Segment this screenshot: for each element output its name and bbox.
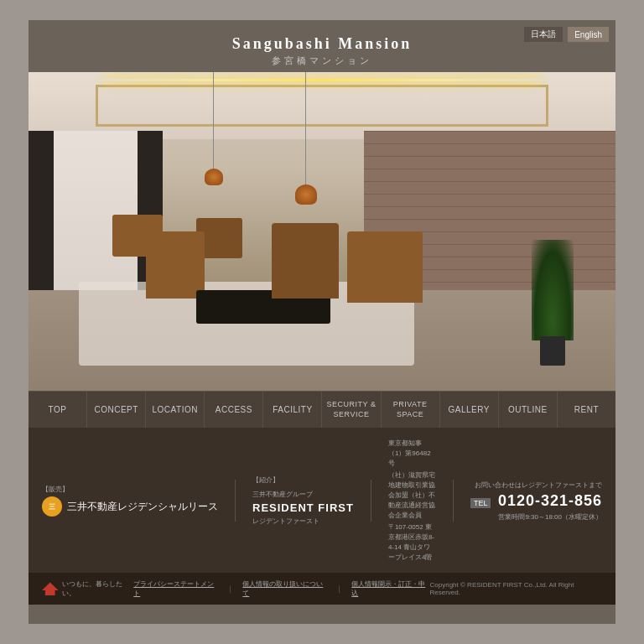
contact-label: お問い合わせはレジデントファーストまで xyxy=(475,480,602,490)
nav-item-outline[interactable]: OUTLINE xyxy=(499,392,558,428)
company-left-name: 三井不動産レジデンシャルリース xyxy=(67,500,218,514)
footer-link-privacy-statement[interactable]: プライバシーステートメント xyxy=(133,579,218,598)
phone-number: 0120-321-856 xyxy=(498,492,602,509)
navigation-bar: TOP CONCEPT LOCATION ACCESS FACILITY SEC… xyxy=(29,391,615,428)
company-right: 【紹介】 三井不動産グループ RESIDENT FIRST レジデントファースト xyxy=(252,475,354,526)
resident-first-ja: レジデントファースト xyxy=(252,517,354,526)
address-line-3: 〒107-0052 東京都港区赤坂8-4-14 青山タワープレイス4階 xyxy=(388,522,436,563)
footer-links: いつもに、暮らしたい。 プライバシーステートメント ｜ 個人情報の取り扱いについ… xyxy=(29,573,615,605)
company-left-label: 【販売】 xyxy=(42,485,69,494)
plant-pot xyxy=(540,336,565,366)
site-title-en: Sangubashi Mansion xyxy=(45,35,599,53)
footer-link-personal-info[interactable]: 個人情報の取り扱いについて xyxy=(242,579,327,598)
phone-prefix: TEL xyxy=(470,498,491,508)
curtain-left xyxy=(29,131,54,315)
pendant-light-2 xyxy=(305,72,306,190)
nav-item-facility[interactable]: FACILITY xyxy=(263,392,322,428)
ceiling-glow xyxy=(104,79,540,81)
resident-first-name: RESIDENT FIRST xyxy=(252,501,354,514)
nav-item-gallery[interactable]: GALLERY xyxy=(440,392,499,428)
company-left: 【販売】 三 三井不動産レジデンシャルリース xyxy=(42,485,218,517)
nav-item-location[interactable]: LOCATION xyxy=(146,392,205,428)
nav-item-rent[interactable]: RENT xyxy=(558,392,615,428)
copyright-text: Copyright © RESIDENT FIRST Co.,Ltd. All … xyxy=(430,581,602,596)
mitsui-logo: 三 三井不動産レジデンシャルリース xyxy=(42,496,218,517)
nav-item-concept[interactable]: CONCEPT xyxy=(87,392,146,428)
contact-area: お問い合わせはレジデントファーストまで TEL 0120-321-856 営業時… xyxy=(470,480,602,522)
site-container: 日本語 English Sangubashi Mansion 参宮橋マンション xyxy=(29,20,615,624)
nav-item-top[interactable]: TOP xyxy=(29,392,87,428)
chair-3 xyxy=(347,231,423,303)
pendant-light-1 xyxy=(213,72,214,173)
chair-2 xyxy=(272,223,339,299)
footer-link-disclosure[interactable]: 個人情報開示・訂正・申込 xyxy=(351,579,429,598)
hero-scene xyxy=(29,72,615,391)
address-line-2: （社）滋賀県宅地建物取引業協会加盟（社）不動産流通経営協会企業会員 xyxy=(388,470,436,521)
contact-divider xyxy=(453,480,454,522)
nav-item-security[interactable]: SECURITY &SERVICE xyxy=(322,392,381,428)
nav-item-private-space[interactable]: PRIVATESPACE xyxy=(382,392,440,428)
footer-nav-links: プライバシーステートメント ｜ 個人情報の取り扱いについて ｜ 個人情報開示・訂… xyxy=(133,579,429,598)
footer-company: 【販売】 三 三井不動産レジデンシャルリース 【紹介】 三井不動産グループ RE… xyxy=(29,428,615,573)
ceiling-frame xyxy=(96,85,548,127)
lang-japanese-button[interactable]: 日本語 xyxy=(524,27,563,42)
hours-text: 営業時間9:30～18:00（水曜定休） xyxy=(498,512,602,522)
site-title-ja: 参宮橋マンション xyxy=(45,55,599,67)
mitsui-icon: 三 xyxy=(42,496,62,517)
chair-1 xyxy=(146,231,205,299)
nav-item-access[interactable]: ACCESS xyxy=(205,392,263,428)
hero-image xyxy=(29,72,615,391)
footer-logo-text: いつもに、暮らしたい。 xyxy=(62,579,134,598)
address-line-1: 東京都知事（1）第96482号 xyxy=(388,439,436,469)
language-bar: 日本語 English xyxy=(524,27,609,42)
address-info: 東京都知事（1）第96482号 （社）滋賀県宅地建物取引業協会加盟（社）不動産流… xyxy=(388,439,436,563)
footer-logo: いつもに、暮らしたい。 xyxy=(42,579,133,598)
lang-english-button[interactable]: English xyxy=(568,27,609,42)
plant-leaves xyxy=(532,240,574,340)
plant xyxy=(532,240,574,366)
address-divider xyxy=(371,480,371,522)
house-icon xyxy=(42,582,59,595)
phone-row: TEL 0120-321-856 xyxy=(470,492,602,510)
outer-frame: 日本語 English Sangubashi Mansion 参宮橋マンション xyxy=(0,0,644,644)
company-right-label: 【紹介】 xyxy=(252,475,354,485)
company-group-label: 三井不動産グループ xyxy=(252,490,354,499)
company-divider xyxy=(235,480,236,522)
